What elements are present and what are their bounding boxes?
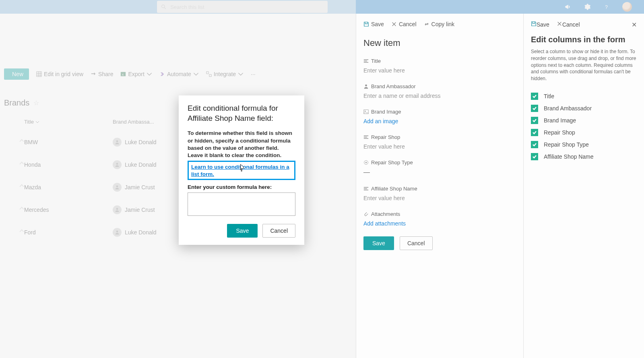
learn-formulas-link[interactable]: Learn to use conditional formulas in a l… xyxy=(191,164,289,177)
formula-label: Enter your custom formula here: xyxy=(188,184,295,190)
modal-save-button[interactable]: Save xyxy=(227,224,258,238)
modal-description: To determine whether this field is shown… xyxy=(188,130,295,159)
modal-overlay-right xyxy=(300,0,644,358)
modal-cancel-button[interactable]: Cancel xyxy=(262,224,295,238)
modal-title: Edit conditional formula for Affiliate S… xyxy=(188,103,295,123)
conditional-formula-modal: Edit conditional formula for Affiliate S… xyxy=(179,95,304,245)
formula-textarea[interactable] xyxy=(188,192,295,216)
modal-link-highlight: Learn to use conditional formulas in a l… xyxy=(188,161,295,180)
